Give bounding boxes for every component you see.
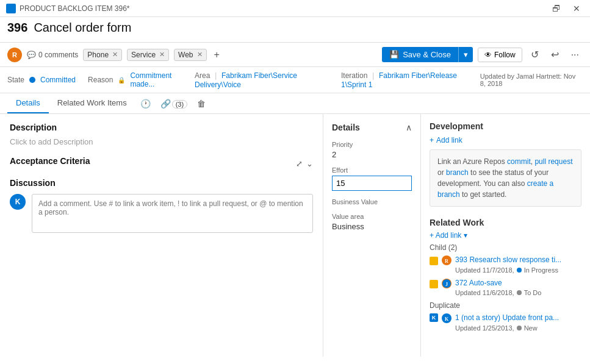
wi-avatar-dup: K [442, 313, 451, 323]
area-value[interactable]: Fabrikam Fiber\Service Delivery\Voice [195, 71, 297, 89]
follow-button[interactable]: 👁 Follow [478, 48, 522, 62]
wi-meta-393: Updated 11/7/2018, In Progress [455, 266, 581, 274]
toolbar: R 💬 0 comments Phone ✕ Service ✕ Web ✕ +… [0, 43, 590, 67]
development-section: Development + Add link Link an Azure Rep… [430, 121, 581, 207]
svg-text:R: R [445, 259, 448, 264]
right-panel: Development + Add link Link an Azure Rep… [421, 114, 590, 357]
trash-button[interactable]: 🗑 [192, 95, 210, 112]
save-close-button[interactable]: 💾 Save & Close ▾ [382, 47, 473, 62]
save-close-main[interactable]: 💾 Save & Close [382, 47, 458, 62]
dev-info-text1: Link an Azure Repos [437, 157, 507, 166]
iteration-group: Iteration | Fabrikam Fiber\Release 1\Spr… [341, 71, 468, 89]
discussion-row: K [10, 194, 313, 233]
reason-value[interactable]: Commitment made... [130, 71, 182, 88]
restore-button[interactable]: 🗗 [549, 4, 564, 13]
collapse-icon[interactable]: ⌄ [306, 159, 313, 168]
add-link-dev-label: Add link [436, 136, 462, 145]
branch-link[interactable]: branch [446, 168, 469, 177]
work-item-dup: K K 1 (not a story) Update front pa... U… [430, 313, 581, 332]
updated-text: Updated by Jamal Hartnett: Nov 8, 2018 [480, 73, 583, 87]
work-item-372: J 372 Auto-save Updated 11/6/2018, To Do [430, 279, 581, 297]
eye-icon: 👁 [484, 51, 492, 59]
description-title: Description [10, 123, 313, 132]
wi-icon-dup: K [430, 313, 438, 322]
service-tag-close[interactable]: ✕ [159, 51, 165, 59]
acceptance-title: Acceptance Criteria [10, 156, 90, 166]
phone-tag-close[interactable]: ✕ [112, 51, 118, 59]
comment-icon: 💬 [27, 51, 36, 59]
effort-input[interactable] [332, 176, 412, 191]
description-placeholder[interactable]: Click to add Description [10, 137, 313, 146]
value-area-label: Value area [332, 213, 412, 220]
duplicate-label: Duplicate [430, 301, 581, 310]
web-tag-close[interactable]: ✕ [197, 51, 203, 59]
wi-info-393: 393 Research slow response ti... Updated… [455, 255, 581, 274]
follow-label: Follow [494, 51, 516, 59]
commit-link[interactable]: commit [507, 157, 531, 166]
state-bar: State Committed Reason 🔒 Commitment made… [0, 67, 590, 93]
discussion-input[interactable] [32, 194, 313, 233]
pull-request-link[interactable]: pull request [534, 157, 572, 166]
header: 396 Cancel order form [0, 17, 590, 43]
priority-label: Priority [332, 141, 412, 148]
wi-info-372: 372 Auto-save Updated 11/6/2018, To Do [455, 279, 581, 297]
priority-group: Priority 2 [332, 141, 412, 159]
business-value-group: Business Value [332, 198, 412, 205]
wi-title-dup[interactable]: 1 (not a story) Update front pa... [455, 313, 581, 323]
state-dot [29, 77, 35, 83]
close-button[interactable]: ✕ [569, 4, 584, 13]
history-button[interactable]: 🕐 [135, 95, 156, 112]
save-icon: 💾 [389, 50, 399, 59]
links-button[interactable]: 🔗(3) [156, 95, 192, 112]
more-button[interactable]: ··· [567, 47, 583, 63]
related-work-section: Related Work + Add link ▾ Child (2) R 39… [430, 218, 581, 332]
priority-value: 2 [332, 150, 412, 159]
tab-related[interactable]: Related Work Items [49, 93, 135, 113]
acceptance-icons: ⤢ ⌄ [296, 159, 313, 168]
title-bar: PRODUCT BACKLOG ITEM 396* 🗗 ✕ [0, 0, 590, 17]
wi-avatar-393: R [442, 255, 451, 265]
status-dot-393 [517, 268, 522, 273]
add-link-related-button[interactable]: + Add link ▾ [430, 231, 467, 240]
add-tag-button[interactable]: + [212, 49, 222, 60]
wi-meta-372: Updated 11/6/2018, To Do [455, 289, 581, 296]
details-title: Details [332, 123, 360, 132]
wi-title-372[interactable]: 372 Auto-save [455, 279, 581, 288]
child-label: Child (2) [430, 243, 581, 252]
state-value[interactable]: Committed [40, 76, 76, 84]
item-title-text: Cancel order form [34, 21, 131, 35]
tab-details[interactable]: Details [7, 93, 49, 113]
collapse-details-button[interactable]: ∧ [406, 123, 412, 132]
add-link-dev-button[interactable]: + Add link [430, 136, 462, 145]
comments-label: 0 comments [38, 51, 78, 59]
state-label: State [7, 76, 24, 84]
wi-title-393[interactable]: 393 Research slow response ti... [455, 255, 581, 265]
item-number: 396 [7, 21, 27, 35]
dev-info-box: Link an Azure Repos commit, pull request… [430, 149, 581, 207]
area-group: Area | Fabrikam Fiber\Service Delivery\V… [195, 71, 323, 89]
save-close-dropdown[interactable]: ▾ [458, 47, 473, 62]
left-panel: Description Click to add Description Acc… [0, 114, 323, 357]
discussion-section: Discussion K [10, 178, 313, 233]
phone-tag-label: Phone [87, 51, 109, 59]
wi-info-dup: 1 (not a story) Update front pa... Updat… [455, 313, 581, 332]
service-tag-label: Service [131, 51, 156, 59]
comments-button[interactable]: 💬 0 comments [27, 51, 78, 59]
undo-button[interactable]: ↩ [547, 46, 563, 63]
wi-icon-393 [430, 257, 438, 265]
title-bar-right: 🗗 ✕ [549, 4, 584, 13]
business-value-label: Business Value [332, 198, 412, 205]
wi-meta-dup: Updated 1/25/2013, New [455, 324, 581, 332]
refresh-button[interactable]: ↺ [527, 46, 542, 63]
links-badge: (3) [172, 100, 187, 109]
web-tag: Web ✕ [174, 49, 206, 61]
discussion-title: Discussion [10, 178, 313, 188]
avatar: R [7, 48, 22, 62]
tabs: Details Related Work Items 🕐 🔗(3) 🗑 [0, 93, 590, 114]
expand-icon[interactable]: ⤢ [296, 159, 303, 168]
area-label: Area [195, 71, 210, 80]
plus-icon-related: + Add link [430, 231, 461, 240]
discussion-avatar: K [10, 194, 26, 210]
status-dot-dup [517, 326, 522, 330]
wi-avatar-372: J [442, 279, 451, 288]
